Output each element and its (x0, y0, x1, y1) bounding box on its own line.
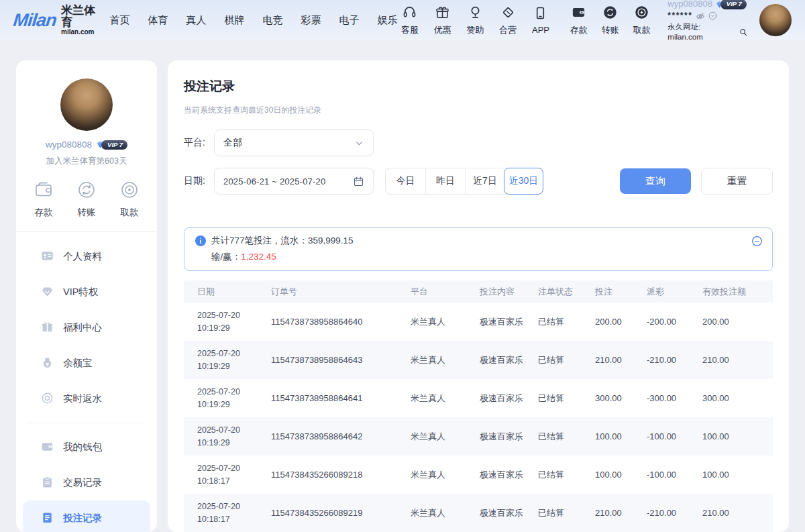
quick-action-label: 转账 (78, 207, 96, 219)
customer-service-button[interactable]: 客服 (398, 5, 423, 36)
vip-badge: VIP 7 (96, 140, 127, 150)
cell-payout: -100.00 (647, 431, 702, 441)
quick-action-label: 存款 (35, 207, 53, 219)
magnifier-icon[interactable] (739, 28, 747, 36)
masked-balance: ****** (667, 11, 692, 21)
top-header: Milan 米兰体育 milan.com 首页体育真人棋牌电竞彩票电子娱乐 客服 (0, 0, 805, 40)
quick-date-button[interactable]: 昨日 (425, 168, 465, 194)
cell-valid-bet: 100.00 (702, 431, 773, 441)
nav-item[interactable]: 真人 (186, 14, 207, 27)
cell-valid-bet: 210.00 (702, 355, 773, 365)
withdraw-icon (634, 5, 649, 23)
cell-platform: 米兰真人 (411, 507, 480, 519)
cell-valid-bet: 100.00 (702, 470, 773, 480)
withdraw-button[interactable]: 取款 (629, 5, 654, 36)
quick-date-button[interactable]: 今日 (386, 168, 425, 194)
main-content: 投注记录 当前系统支持查询最近30日的投注记录 平台: 全部 日期: 2025-… (168, 60, 789, 532)
date-range-picker[interactable]: 2025-06-21 ~ 2025-07-20 (214, 168, 374, 195)
cell-status: 已结算 (538, 354, 595, 366)
sidebar-item-vip[interactable]: VIP特权 (16, 274, 157, 310)
menu-item-label: 个人资料 (63, 250, 102, 263)
icon-label: 合营 (499, 24, 517, 36)
platform-select-value: 全部 (223, 137, 354, 149)
profile-avatar[interactable] (60, 78, 113, 131)
nav-item[interactable]: 电子 (339, 14, 360, 27)
icon-label: 赞助 (466, 24, 484, 36)
platform-filter-label: 平台: (184, 137, 214, 149)
welfare-gift-icon (41, 321, 54, 335)
username: wyp080808 (667, 0, 712, 9)
partner-button[interactable]: 合营 (496, 5, 521, 36)
sidebar-quick-actions: 存款 转账 取款 (34, 180, 140, 219)
nav-item[interactable]: 棋牌 (225, 14, 245, 27)
cell-date: 2025-07-2010:19:29 (184, 386, 271, 410)
cell-payout: -210.00 (647, 508, 702, 518)
logo-domain-text: milan.com (61, 29, 99, 36)
cell-valid-bet: 210.00 (702, 508, 773, 518)
app-download-button[interactable]: APP (529, 5, 553, 35)
sidebar-item-welfare[interactable]: 福利中心 (16, 310, 157, 345)
transfer-icon (76, 180, 97, 202)
gift-icon (435, 5, 450, 23)
table-row: 2025-07-2010:18:17 1154738435266089219 米… (184, 494, 773, 532)
chevron-circle-icon[interactable] (708, 11, 717, 20)
sidebar-transfer-button[interactable]: 转账 (76, 180, 97, 219)
user-avatar[interactable] (759, 4, 792, 36)
cell-payout: -200.00 (647, 317, 702, 327)
cell-status: 已结算 (538, 316, 595, 328)
reset-button[interactable]: 重置 (701, 168, 773, 195)
quick-date-group: 今日昨日近7日近30日 (385, 168, 543, 195)
id-card-icon (41, 250, 54, 264)
site-logo[interactable]: Milan 米兰体育 milan.com (13, 5, 99, 36)
sidebar-item-yuebao[interactable]: 余额宝 (16, 345, 157, 381)
promotions-button[interactable]: 优惠 (430, 5, 455, 36)
nav-item[interactable]: 首页 (110, 14, 130, 27)
vip-level-label: VIP 7 (720, 0, 747, 9)
cell-order-no: 1154738738958864641 (271, 393, 411, 403)
cell-date: 2025-07-2010:19:29 (184, 309, 271, 333)
sidebar-item-rebate[interactable]: 实时返水 (16, 381, 157, 417)
summary-banner: 共计777笔投注，流水：359,999.15 输/赢：1,232.45 (184, 227, 773, 271)
page-subtitle: 当前系统支持查询最近30日的投注记录 (184, 105, 773, 116)
sidebar-deposit-button[interactable]: 存款 (34, 180, 54, 219)
cell-status: 已结算 (538, 507, 595, 519)
query-button[interactable]: 查询 (620, 168, 691, 194)
cell-platform: 米兰真人 (411, 392, 480, 405)
cell-payout: -100.00 (647, 470, 702, 480)
table-row: 2025-07-2010:19:29 1154738738958864640 米… (184, 303, 773, 341)
sidebar-item-profile[interactable]: 个人资料 (16, 239, 157, 274)
eye-off-icon[interactable] (696, 11, 705, 21)
column-header: 有效投注额 (702, 286, 773, 298)
winloss-value: 1,232.45 (241, 252, 276, 262)
quick-date-button[interactable]: 近30日 (504, 168, 543, 195)
sidebar-item-transactions[interactable]: 交易记录 (16, 465, 157, 500)
date-filter-label: 日期: (184, 175, 214, 187)
deposit-button[interactable]: 存款 (566, 5, 591, 36)
nav-item[interactable]: 彩票 (301, 14, 321, 27)
quick-date-button[interactable]: 近7日 (465, 168, 504, 194)
cell-platform: 米兰真人 (411, 316, 480, 328)
menu-item-label: 我的钱包 (63, 441, 102, 454)
transfer-button[interactable]: 转账 (598, 5, 623, 36)
column-header: 注单状态 (538, 286, 595, 298)
deposit-wallet-icon (571, 5, 586, 23)
nav-item[interactable]: 电竞 (263, 14, 283, 27)
cell-bet: 210.00 (595, 355, 647, 365)
sidebar-item-wallet[interactable]: 我的钱包 (16, 429, 157, 465)
cell-payout: -300.00 (647, 393, 702, 403)
chevron-down-icon (354, 138, 364, 148)
icon-label: 优惠 (434, 24, 451, 36)
logo-cn-text: 米兰体育 (61, 5, 99, 29)
nav-item[interactable]: 娱乐 (378, 14, 398, 27)
collapse-summary-button[interactable] (751, 235, 763, 247)
sidebar-menu: 个人资料 VIP特权 福利中心 (16, 239, 157, 532)
nav-item[interactable]: 体育 (148, 14, 168, 27)
permanent-url-label: 永久网址: milan.com (667, 22, 737, 42)
platform-select[interactable]: 全部 (214, 129, 374, 156)
column-header: 投注内容 (480, 286, 538, 298)
sidebar-item-bet-records[interactable]: 投注记录 (23, 500, 150, 532)
table-body: 2025-07-2010:19:29 1154738738958864640 米… (184, 303, 773, 532)
sidebar-withdraw-button[interactable]: 取款 (119, 180, 140, 219)
sponsor-button[interactable]: 赞助 (463, 5, 488, 36)
menu-item-label: 实时返水 (63, 392, 102, 405)
